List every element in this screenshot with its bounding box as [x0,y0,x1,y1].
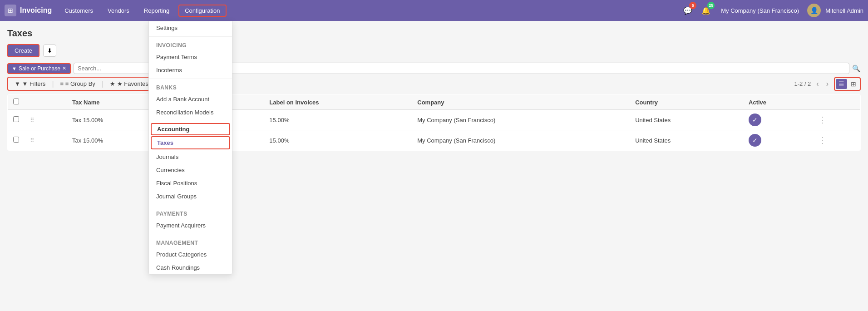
row2-extra-menu-icon[interactable]: ⋮ [819,136,827,145]
filter-right-area: 1-2 / 2 ‹ › ☰ ⊞ [794,77,861,91]
pagination-info: 1-2 / 2 [794,80,811,87]
download-icon: ⬇ [47,47,52,54]
logo-icon: ⊞ [5,5,16,16]
company-header[interactable]: Company [412,95,630,110]
groupby-label: ≡ Group By [65,80,95,87]
nav-right-area: 💬 5 🔔 25 My Company (San Francisco) 👤 Mi… [681,4,863,17]
dropdown-taxes[interactable]: Taxes [151,136,230,149]
row1-active-toggle[interactable]: ✓ [749,114,761,126]
dropdown-divider-5 [149,234,232,234]
filter-divider-2: | [102,80,104,88]
nav-vendors[interactable]: Vendors [102,5,135,16]
active-header[interactable]: Active [743,95,813,110]
nav-configuration[interactable]: Configuration [178,5,226,17]
filter-funnel-icon: ▼ [12,66,17,71]
dropdown-payment-acquirers[interactable]: Payment Acquirers [149,219,232,232]
prev-page-button[interactable]: ‹ [814,79,820,89]
row1-checkbox-cell [8,110,25,130]
row1-checkbox[interactable] [13,116,19,122]
dropdown-product-categories[interactable]: Product Categories [149,248,232,261]
filter-controls: ▼ ▼ Filters | ≡ ≡ Group By | ★ ★ Favorit… [7,77,156,91]
filters-button[interactable]: ▼ ▼ Filters [10,79,50,89]
row2-country: United States [630,130,743,151]
updates-icon[interactable]: 🔔 25 [699,4,713,17]
sale-or-purchase-filter-tag: ▼ Sale or Purchase ✕ [7,63,71,74]
view-toggle: ☰ ⊞ [834,77,861,91]
row1-active: ✓ [743,110,813,130]
dropdown-journals[interactable]: Journals [149,150,232,163]
list-view-button[interactable]: ☰ [836,79,847,89]
filter-divider-1: | [52,80,54,88]
row1-label: 15.00% [264,110,412,130]
row1-company: My Company (San Francisco) [412,110,630,130]
dropdown-divider-4 [149,205,232,205]
row2-drag-handle[interactable]: ⠿ [30,137,35,144]
app-logo[interactable]: ⊞ Invoicing [5,5,52,16]
star-icon: ★ [110,80,115,87]
row1-country: United States [630,110,743,130]
row2-checkbox-cell [8,130,25,151]
app-name: Invoicing [20,6,52,15]
dropdown-cash-roundings[interactable]: Cash Roundings [149,261,232,274]
favorites-label: ★ Favorites [117,80,148,87]
dropdown-section-banks: Banks [149,81,232,93]
download-button[interactable]: ⬇ [43,44,56,57]
row1-extra-menu-icon[interactable]: ⋮ [819,115,827,124]
favorites-button[interactable]: ★ ★ Favorites [105,79,153,89]
select-all-checkbox[interactable] [13,99,19,104]
nav-customers[interactable]: Customers [59,5,99,16]
dropdown-section-management: Management [149,236,232,248]
grid-view-button[interactable]: ⊞ [848,79,859,89]
company-name: My Company (San Francisco) [721,7,799,14]
drag-header [25,95,67,110]
country-header[interactable]: Country [630,95,743,110]
user-name: Mitchell Admin [825,7,863,14]
dropdown-settings[interactable]: Settings [149,21,232,35]
filter-tag-label: Sale or Purchase [19,65,60,72]
page-title: Taxes [7,28,861,39]
row2-active-toggle[interactable]: ✓ [749,134,761,147]
row2-drag-cell: ⠿ [25,130,67,151]
toolbar: Create ⬇ [7,44,861,57]
filter-tag-close[interactable]: ✕ [62,65,66,71]
dropdown-divider-3 [149,121,232,121]
actions-header [813,95,860,110]
dropdown-fiscal-positions[interactable]: Fiscal Positions [149,177,232,190]
dropdown-section-invoicing: Invoicing [149,39,232,50]
row1-drag-cell: ⠿ [25,110,67,130]
table-row: ⠿ Tax 15.00% Sales 15.00% My Company (Sa… [8,110,861,130]
top-navigation: ⊞ Invoicing Customers Vendors Reporting … [0,0,868,21]
dropdown-divider-2 [149,79,232,79]
configuration-dropdown: Settings Invoicing Payment Terms Incoter… [148,21,232,275]
search-submit-button[interactable]: 🔍 [852,64,861,73]
dropdown-journal-groups[interactable]: Journal Groups [149,190,232,203]
chat-badge: 5 [689,2,696,9]
next-page-button[interactable]: › [824,79,830,89]
row2-menu: ⋮ [813,130,860,151]
row2-company: My Company (San Francisco) [412,130,630,151]
filter-bar: ▼ ▼ Filters | ≡ ≡ Group By | ★ ★ Favorit… [7,77,861,91]
nav-reporting[interactable]: Reporting [138,5,175,16]
dropdown-section-payments: Payments [149,207,232,219]
dropdown-currencies[interactable]: Currencies [149,163,232,177]
updates-badge: 25 [707,2,715,9]
groupby-button[interactable]: ≡ ≡ Group By [56,79,100,89]
dropdown-reconciliation-models[interactable]: Reconciliation Models [149,106,232,119]
dropdown-add-bank-account[interactable]: Add a Bank Account [149,93,232,106]
row2-label: 15.00% [264,130,412,151]
filter-icon: ▼ [15,80,20,87]
create-button[interactable]: Create [7,44,39,57]
row2-checkbox[interactable] [13,137,19,143]
dropdown-incoterms[interactable]: Incoterms [149,64,232,77]
row1-drag-handle[interactable]: ⠿ [30,117,35,123]
label-header[interactable]: Label on Invoices [264,95,412,110]
filters-label: ▼ Filters [22,80,46,87]
user-avatar[interactable]: 👤 [807,4,821,17]
dropdown-section-accounting: Accounting [151,123,230,135]
select-all-header[interactable] [8,95,25,110]
chat-icon[interactable]: 💬 5 [681,4,695,17]
row2-active: ✓ [743,130,813,151]
groupby-icon: ≡ [60,80,64,87]
taxes-table: Tax Name Tax Type Label on Invoices Comp… [7,94,861,151]
dropdown-payment-terms[interactable]: Payment Terms [149,50,232,64]
